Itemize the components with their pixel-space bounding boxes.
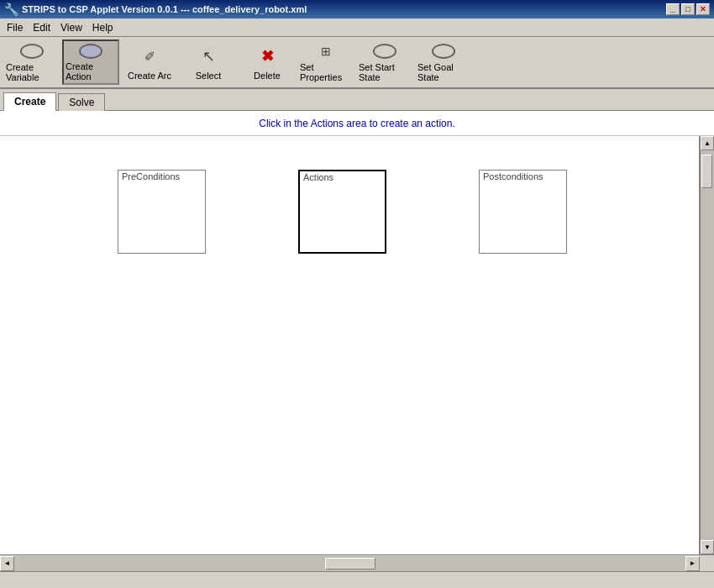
scroll-right-button[interactable]: ► [685,556,700,571]
menu-view[interactable]: View [55,20,87,35]
delete-icon: ✖ [255,45,279,68]
tab-solve[interactable]: Solve [58,93,105,111]
create-arc-button[interactable]: ✏ Create Arc [121,39,178,85]
postconditions-panel[interactable]: Postconditions [479,170,567,254]
title-bar-controls[interactable]: _ □ ✕ [666,3,710,15]
canvas-inner: PreConditions Actions Postconditions [0,136,689,522]
select-button[interactable]: ↖ Select [180,39,237,85]
canvas-area[interactable]: PreConditions Actions Postconditions [0,136,700,554]
create-variable-button[interactable]: Create Variable [3,39,60,85]
select-icon: ↖ [197,45,220,68]
create-action-icon [79,43,102,59]
tab-create[interactable]: Create [3,92,56,111]
set-goal-state-icon [432,42,455,60]
maximize-button[interactable]: □ [681,3,695,15]
create-action-label: Create Action [66,61,116,81]
create-arc-label: Create Arc [128,71,171,81]
actions-panel[interactable]: Actions [298,170,386,254]
menu-file[interactable]: File [2,20,28,35]
scroll-left-button[interactable]: ◄ [0,556,14,571]
set-properties-label: Set Properties [300,62,352,82]
set-start-state-button[interactable]: Set Start State [356,39,413,85]
scroll-thumb-vertical[interactable] [701,155,712,188]
status-bar [0,571,714,588]
preconditions-panel[interactable]: PreConditions [118,170,206,254]
toolbar: Create Variable Create Action ✏ Create A… [0,37,714,89]
close-button[interactable]: ✕ [696,3,710,15]
set-goal-state-label: Set Goal State [417,62,470,82]
scroll-up-button[interactable]: ▲ [701,136,714,150]
tabs: Create Solve [0,89,714,111]
set-goal-state-button[interactable]: Set Goal State [415,39,472,85]
select-label: Select [196,71,222,81]
right-scrollbar: ▲ ▼ [700,136,714,554]
set-properties-icon: ⊞ [314,42,338,60]
postconditions-label: Postconditions [480,170,547,183]
set-start-state-icon [373,42,396,60]
bottom-bar: ◄ ► [0,554,714,571]
create-arc-icon: ✏ [138,45,161,68]
scroll-track-horizontal[interactable] [14,556,685,571]
title-bar: 🔧 STRIPS to CSP Applet Version 0.0.1 ---… [0,0,714,18]
main-wrapper: PreConditions Actions Postconditions ▲ ▼ [0,136,714,554]
menu-bar: File Edit View Help [0,18,714,37]
info-bar: Click in the Actions area to create an a… [0,111,714,136]
app-icon: 🔧 [4,3,18,16]
scroll-down-button[interactable]: ▼ [701,540,714,554]
title-bar-text: STRIPS to CSP Applet Version 0.0.1 --- c… [22,4,307,14]
scroll-thumb-horizontal[interactable] [325,558,375,570]
menu-edit[interactable]: Edit [28,20,55,35]
menu-help[interactable]: Help [87,20,118,35]
preconditions-label: PreConditions [118,170,183,183]
delete-button[interactable]: ✖ Delete [239,39,296,85]
info-message: Click in the Actions area to create an a… [259,118,454,129]
delete-label: Delete [254,71,281,81]
title-bar-left: 🔧 STRIPS to CSP Applet Version 0.0.1 ---… [4,3,307,16]
minimize-button[interactable]: _ [666,3,680,15]
actions-label: Actions [300,171,337,184]
create-action-button[interactable]: Create Action [62,39,119,85]
create-variable-label: Create Variable [6,62,58,82]
set-properties-button[interactable]: ⊞ Set Properties [297,39,354,85]
scroll-corner [700,556,714,571]
create-variable-icon [20,42,44,60]
set-start-state-label: Set Start State [359,62,411,82]
scroll-track-vertical[interactable] [701,150,714,540]
